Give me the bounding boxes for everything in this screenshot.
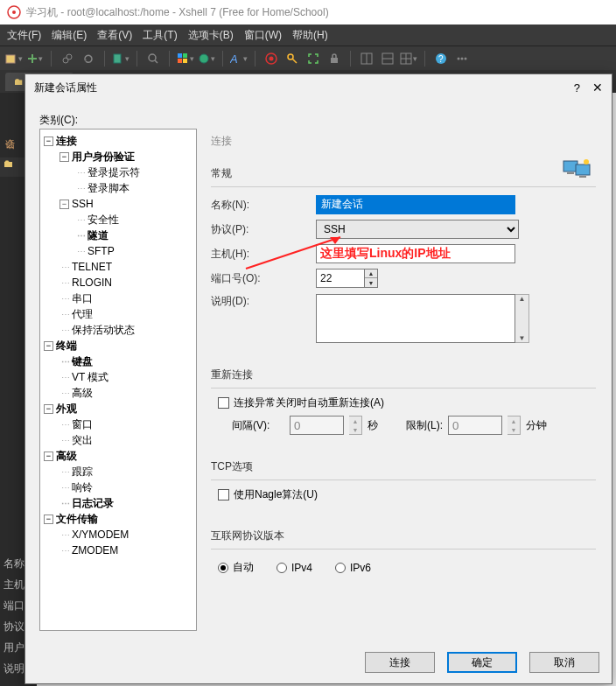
tree-item[interactable]: ⋯VT 模式 bbox=[42, 369, 194, 385]
interval-spinner[interactable]: ▲▼ bbox=[349, 416, 362, 435]
tree-toggle-icon[interactable]: − bbox=[44, 341, 53, 351]
tree-item[interactable]: −文件传输 bbox=[42, 511, 194, 527]
tree-item[interactable]: ⋯ZMODEM bbox=[42, 542, 194, 558]
color-icon[interactable]: ▾ bbox=[177, 50, 194, 67]
lock-icon[interactable] bbox=[326, 50, 343, 67]
help-icon[interactable]: ? bbox=[432, 50, 450, 67]
category-tree[interactable]: −连接−用户身份验证⋯登录提示符⋯登录脚本−SSH⋯安全性⋯隧道⋯SFTP⋯TE… bbox=[39, 129, 197, 631]
tree-toggle-icon[interactable]: − bbox=[60, 152, 69, 162]
radio-ipv4[interactable]: IPv4 bbox=[276, 562, 312, 574]
tree-item[interactable]: ⋯串口 bbox=[42, 290, 194, 306]
tree-item[interactable]: ⋯日志记录 bbox=[42, 495, 194, 511]
add-icon[interactable]: ▾ bbox=[26, 50, 44, 67]
protocol-select[interactable]: SSH bbox=[316, 220, 519, 239]
tree-item[interactable]: ⋯安全性 bbox=[42, 212, 194, 228]
tree-item-label: 跟踪 bbox=[72, 465, 93, 480]
limit-input[interactable] bbox=[448, 416, 502, 435]
grid3-icon[interactable]: ▾ bbox=[400, 50, 417, 67]
ok-button[interactable]: 确定 bbox=[447, 652, 517, 673]
tree-item[interactable]: −用户身份验证 bbox=[42, 149, 194, 164]
tree-item-label: 键盘 bbox=[72, 354, 93, 369]
desc-scrollbar[interactable]: ▲▼ bbox=[515, 294, 529, 343]
tree-item[interactable]: −外观 bbox=[42, 401, 194, 416]
nagle-checkbox[interactable] bbox=[218, 489, 229, 500]
connection-panel: 连接 常规 名称(N): 新建会话 协议(P): SSH 主机(H): bbox=[206, 129, 601, 631]
menu-edit[interactable]: 编辑(E) bbox=[52, 28, 87, 43]
port-spinner[interactable]: ▲▼ bbox=[365, 269, 378, 288]
menu-tabs[interactable]: 选项卡(B) bbox=[188, 28, 234, 43]
more-icon[interactable] bbox=[453, 50, 471, 67]
ipver-label: 互联网协议版本 bbox=[211, 528, 601, 543]
tree-toggle-icon[interactable]: − bbox=[44, 136, 53, 146]
svg-rect-27 bbox=[576, 164, 590, 175]
interval-input[interactable] bbox=[290, 416, 344, 435]
svg-text:A: A bbox=[230, 52, 238, 65]
description-textarea[interactable] bbox=[316, 294, 515, 343]
tree-item-label: 代理 bbox=[72, 307, 93, 322]
tree-item[interactable]: −连接 bbox=[42, 133, 194, 149]
tree-item-label: 保持活动状态 bbox=[72, 323, 135, 338]
link-icon[interactable] bbox=[59, 50, 76, 67]
tree-item[interactable]: ⋯响铃 bbox=[42, 480, 194, 495]
radio-auto[interactable]: 自动 bbox=[218, 560, 254, 575]
tree-item[interactable]: ⋯突出 bbox=[42, 432, 194, 448]
grid1-icon[interactable] bbox=[358, 50, 375, 67]
tree-item[interactable]: ⋯RLOGIN bbox=[42, 275, 194, 290]
dialog-help-button[interactable]: ? bbox=[574, 81, 580, 94]
copy-icon[interactable]: ▾ bbox=[112, 50, 130, 67]
limit-spinner[interactable]: ▲▼ bbox=[508, 416, 521, 435]
tree-item-label: 突出 bbox=[72, 433, 93, 448]
palette-icon[interactable]: ▾ bbox=[198, 50, 215, 67]
new-session-dialog: 新建会话属性 ? ✕ 类别(C): −连接−用户身份验证⋯登录提示符⋯登录脚本−… bbox=[24, 74, 612, 684]
tree-item[interactable]: ⋯代理 bbox=[42, 306, 194, 322]
tree-item[interactable]: ⋯隧道 bbox=[42, 228, 194, 243]
limit-label: 限制(L): bbox=[406, 418, 443, 433]
record-icon[interactable] bbox=[262, 50, 280, 67]
tree-item[interactable]: −SSH bbox=[42, 196, 194, 212]
menu-view[interactable]: 查看(V) bbox=[97, 28, 132, 43]
auto-reconnect-checkbox[interactable] bbox=[218, 397, 229, 409]
port-input[interactable] bbox=[316, 269, 365, 288]
tree-item-label: 高级 bbox=[72, 386, 93, 401]
tree-toggle-icon[interactable]: − bbox=[44, 452, 53, 461]
font-icon[interactable]: A▾ bbox=[230, 50, 248, 67]
grid2-icon[interactable] bbox=[379, 50, 396, 67]
tree-item[interactable]: ⋯跟踪 bbox=[42, 464, 194, 480]
tree-item[interactable]: −终端 bbox=[42, 338, 194, 354]
general-label: 常规 bbox=[211, 166, 601, 181]
cancel-button[interactable]: 取消 bbox=[529, 652, 599, 673]
menu-help[interactable]: 帮助(H) bbox=[292, 28, 328, 43]
tree-item[interactable]: ⋯窗口 bbox=[42, 416, 194, 432]
menu-window[interactable]: 窗口(W) bbox=[244, 28, 282, 43]
tree-item-label: 串口 bbox=[72, 291, 93, 306]
dialog-close-button[interactable]: ✕ bbox=[592, 80, 603, 94]
new-icon[interactable]: ▾ bbox=[5, 50, 23, 67]
menu-tools[interactable]: 工具(T) bbox=[143, 28, 177, 43]
tree-item[interactable]: ⋯键盘 bbox=[42, 354, 194, 369]
tree-toggle-icon[interactable]: − bbox=[44, 514, 53, 524]
name-input[interactable] bbox=[316, 195, 515, 214]
tree-item[interactable]: ⋯X/YMODEM bbox=[42, 527, 194, 542]
connect-button[interactable]: 连接 bbox=[365, 652, 435, 673]
menu-file[interactable]: 文件(F) bbox=[7, 28, 41, 43]
tree-item[interactable]: ⋯登录脚本 bbox=[42, 180, 194, 196]
reconnect-icon[interactable] bbox=[80, 50, 97, 67]
host-input[interactable] bbox=[316, 244, 515, 263]
tree-item[interactable]: −高级 bbox=[42, 448, 194, 464]
tree-item-label: ZMODEM bbox=[72, 544, 118, 556]
tree-item-label: SSH bbox=[72, 198, 94, 210]
radio-ipv6[interactable]: IPv6 bbox=[335, 562, 371, 574]
tree-item[interactable]: ⋯保持活动状态 bbox=[42, 322, 194, 338]
tree-item[interactable]: ⋯SFTP bbox=[42, 243, 194, 259]
key-icon[interactable] bbox=[284, 50, 301, 67]
fullscreen-icon[interactable] bbox=[304, 50, 322, 67]
tree-item[interactable]: ⋯登录提示符 bbox=[42, 164, 194, 180]
sessions-side-tab[interactable]: 会话 bbox=[0, 122, 19, 140]
tree-toggle-icon[interactable]: − bbox=[60, 200, 69, 209]
tree-item[interactable]: ⋯TELNET bbox=[42, 259, 194, 275]
search-icon[interactable] bbox=[144, 50, 162, 67]
tree-item-label: 响铃 bbox=[72, 480, 93, 495]
tree-item-label: X/YMODEM bbox=[72, 528, 129, 541]
tree-item[interactable]: ⋯高级 bbox=[42, 385, 194, 401]
tree-toggle-icon[interactable]: − bbox=[44, 404, 53, 414]
